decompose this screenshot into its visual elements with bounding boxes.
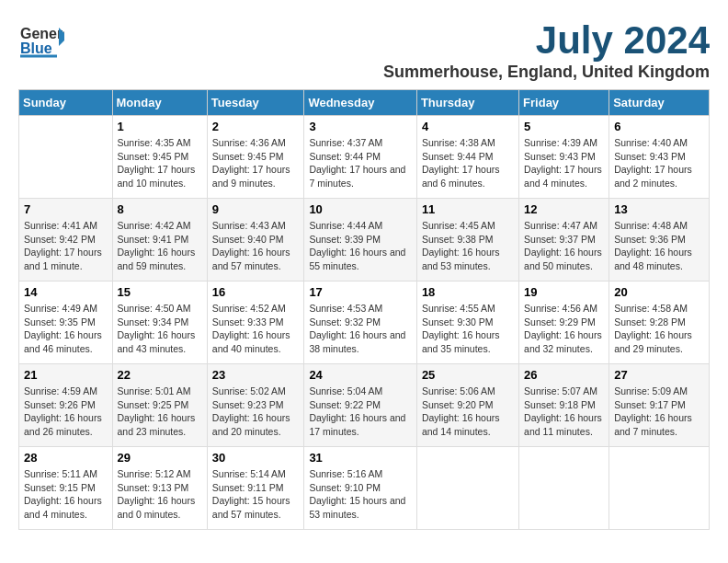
cell-content: Sunrise: 4:42 AM Sunset: 9:41 PM Dayligh…: [118, 219, 202, 273]
calendar-week-2: 7Sunrise: 4:41 AM Sunset: 9:42 PM Daylig…: [19, 199, 710, 282]
calendar-cell: 13Sunrise: 4:48 AM Sunset: 9:36 PM Dayli…: [609, 199, 710, 282]
date-number: 28: [24, 451, 108, 465]
date-number: 5: [524, 120, 604, 133]
logo: General Blue: [18, 18, 64, 60]
date-number: 1: [118, 120, 202, 133]
calendar-cell: 28Sunrise: 5:11 AM Sunset: 9:15 PM Dayli…: [19, 447, 113, 530]
cell-content: Sunrise: 5:16 AM Sunset: 9:10 PM Dayligh…: [309, 467, 412, 522]
date-number: 27: [614, 368, 704, 382]
date-number: 29: [118, 451, 202, 465]
date-number: 9: [212, 202, 300, 216]
calendar-cell: 2Sunrise: 4:36 AM Sunset: 9:45 PM Daylig…: [207, 116, 304, 199]
calendar-cell: 1Sunrise: 4:35 AM Sunset: 9:45 PM Daylig…: [112, 116, 207, 199]
day-header-thursday: Thursday: [416, 90, 518, 116]
calendar-cell: 11Sunrise: 4:45 AM Sunset: 9:38 PM Dayli…: [416, 199, 518, 282]
cell-content: Sunrise: 4:48 AM Sunset: 9:36 PM Dayligh…: [614, 219, 704, 273]
cell-content: Sunrise: 4:50 AM Sunset: 9:34 PM Dayligh…: [118, 302, 202, 356]
cell-content: Sunrise: 4:45 AM Sunset: 9:38 PM Dayligh…: [422, 219, 514, 273]
calendar-week-4: 21Sunrise: 4:59 AM Sunset: 9:26 PM Dayli…: [19, 364, 710, 447]
calendar-cell: 8Sunrise: 4:42 AM Sunset: 9:41 PM Daylig…: [112, 199, 207, 282]
calendar-header: SundayMondayTuesdayWednesdayThursdayFrid…: [19, 90, 710, 116]
logo-icon: General Blue: [18, 18, 64, 60]
calendar-cell: 20Sunrise: 4:58 AM Sunset: 9:28 PM Dayli…: [609, 282, 710, 364]
date-number: 19: [524, 285, 604, 299]
calendar-cell: 23Sunrise: 5:02 AM Sunset: 9:23 PM Dayli…: [207, 364, 304, 447]
calendar-cell: 18Sunrise: 4:55 AM Sunset: 9:30 PM Dayli…: [416, 282, 518, 364]
calendar-cell: 12Sunrise: 4:47 AM Sunset: 9:37 PM Dayli…: [519, 199, 609, 282]
date-number: 20: [614, 285, 704, 299]
calendar-cell: 26Sunrise: 5:07 AM Sunset: 9:18 PM Dayli…: [519, 364, 609, 447]
cell-content: Sunrise: 4:40 AM Sunset: 9:43 PM Dayligh…: [614, 136, 704, 190]
calendar-week-5: 28Sunrise: 5:11 AM Sunset: 9:15 PM Dayli…: [19, 447, 710, 530]
date-number: 17: [309, 285, 412, 299]
calendar-cell: 9Sunrise: 4:43 AM Sunset: 9:40 PM Daylig…: [207, 199, 304, 282]
cell-content: Sunrise: 4:38 AM Sunset: 9:44 PM Dayligh…: [422, 136, 514, 190]
date-number: 10: [309, 202, 412, 216]
calendar-cell: 10Sunrise: 4:44 AM Sunset: 9:39 PM Dayli…: [304, 199, 417, 282]
calendar-cell: 15Sunrise: 4:50 AM Sunset: 9:34 PM Dayli…: [112, 282, 207, 364]
day-header-saturday: Saturday: [609, 90, 710, 116]
cell-content: Sunrise: 4:41 AM Sunset: 9:42 PM Dayligh…: [24, 219, 108, 273]
date-number: 18: [422, 285, 514, 299]
date-number: 13: [614, 202, 704, 216]
date-number: 23: [212, 368, 300, 382]
page-header: General Blue July 2024 Summerhouse, Engl…: [18, 18, 710, 82]
cell-content: Sunrise: 5:11 AM Sunset: 9:15 PM Dayligh…: [24, 467, 108, 522]
cell-content: Sunrise: 5:14 AM Sunset: 9:11 PM Dayligh…: [212, 467, 300, 522]
cell-content: Sunrise: 4:52 AM Sunset: 9:33 PM Dayligh…: [212, 302, 300, 356]
calendar-cell: 6Sunrise: 4:40 AM Sunset: 9:43 PM Daylig…: [609, 116, 710, 199]
cell-content: Sunrise: 4:37 AM Sunset: 9:44 PM Dayligh…: [309, 136, 412, 190]
calendar-title: July 2024: [383, 18, 710, 63]
calendar-cell: 29Sunrise: 5:12 AM Sunset: 9:13 PM Dayli…: [112, 447, 207, 530]
calendar-cell: [19, 116, 113, 199]
calendar-cell: 27Sunrise: 5:09 AM Sunset: 9:17 PM Dayli…: [609, 364, 710, 447]
date-number: 22: [118, 368, 202, 382]
cell-content: Sunrise: 4:43 AM Sunset: 9:40 PM Dayligh…: [212, 219, 300, 273]
calendar-cell: [416, 447, 518, 530]
svg-text:General: General: [20, 26, 64, 41]
calendar-cell: [609, 447, 710, 530]
calendar-body: 1Sunrise: 4:35 AM Sunset: 9:45 PM Daylig…: [19, 116, 710, 530]
date-number: 12: [524, 202, 604, 216]
calendar-cell: 7Sunrise: 4:41 AM Sunset: 9:42 PM Daylig…: [19, 199, 113, 282]
calendar-cell: 30Sunrise: 5:14 AM Sunset: 9:11 PM Dayli…: [207, 447, 304, 530]
date-number: 31: [309, 451, 412, 465]
date-number: 8: [118, 202, 202, 216]
calendar-cell: [519, 447, 609, 530]
cell-content: Sunrise: 4:55 AM Sunset: 9:30 PM Dayligh…: [422, 302, 514, 356]
cell-content: Sunrise: 4:53 AM Sunset: 9:32 PM Dayligh…: [309, 302, 412, 356]
calendar-cell: 22Sunrise: 5:01 AM Sunset: 9:25 PM Dayli…: [112, 364, 207, 447]
date-number: 2: [212, 120, 300, 133]
cell-content: Sunrise: 5:09 AM Sunset: 9:17 PM Dayligh…: [614, 385, 704, 439]
cell-content: Sunrise: 5:07 AM Sunset: 9:18 PM Dayligh…: [524, 385, 604, 439]
cell-content: Sunrise: 4:44 AM Sunset: 9:39 PM Dayligh…: [309, 219, 412, 273]
cell-content: Sunrise: 5:06 AM Sunset: 9:20 PM Dayligh…: [422, 385, 514, 439]
day-header-tuesday: Tuesday: [207, 90, 304, 116]
cell-content: Sunrise: 5:02 AM Sunset: 9:23 PM Dayligh…: [212, 385, 300, 439]
date-number: 26: [524, 368, 604, 382]
date-number: 15: [118, 285, 202, 299]
calendar-cell: 3Sunrise: 4:37 AM Sunset: 9:44 PM Daylig…: [304, 116, 417, 199]
cell-content: Sunrise: 4:59 AM Sunset: 9:26 PM Dayligh…: [24, 385, 108, 439]
calendar-table: SundayMondayTuesdayWednesdayThursdayFrid…: [18, 89, 710, 530]
cell-content: Sunrise: 4:49 AM Sunset: 9:35 PM Dayligh…: [24, 302, 108, 356]
title-block: July 2024 Summerhouse, England, United K…: [383, 18, 710, 82]
days-header-row: SundayMondayTuesdayWednesdayThursdayFrid…: [19, 90, 710, 116]
date-number: 24: [309, 368, 412, 382]
date-number: 11: [422, 202, 514, 216]
cell-content: Sunrise: 5:04 AM Sunset: 9:22 PM Dayligh…: [309, 385, 412, 439]
svg-text:Blue: Blue: [20, 40, 52, 56]
day-header-friday: Friday: [519, 90, 609, 116]
date-number: 3: [309, 120, 412, 133]
day-header-sunday: Sunday: [19, 90, 113, 116]
date-number: 7: [24, 202, 108, 216]
calendar-cell: 25Sunrise: 5:06 AM Sunset: 9:20 PM Dayli…: [416, 364, 518, 447]
date-number: 21: [24, 368, 108, 382]
calendar-week-3: 14Sunrise: 4:49 AM Sunset: 9:35 PM Dayli…: [19, 282, 710, 364]
date-number: 30: [212, 451, 300, 465]
cell-content: Sunrise: 4:47 AM Sunset: 9:37 PM Dayligh…: [524, 219, 604, 273]
date-number: 4: [422, 120, 514, 133]
cell-content: Sunrise: 4:36 AM Sunset: 9:45 PM Dayligh…: [212, 136, 300, 190]
calendar-cell: 16Sunrise: 4:52 AM Sunset: 9:33 PM Dayli…: [207, 282, 304, 364]
date-number: 6: [614, 120, 704, 133]
